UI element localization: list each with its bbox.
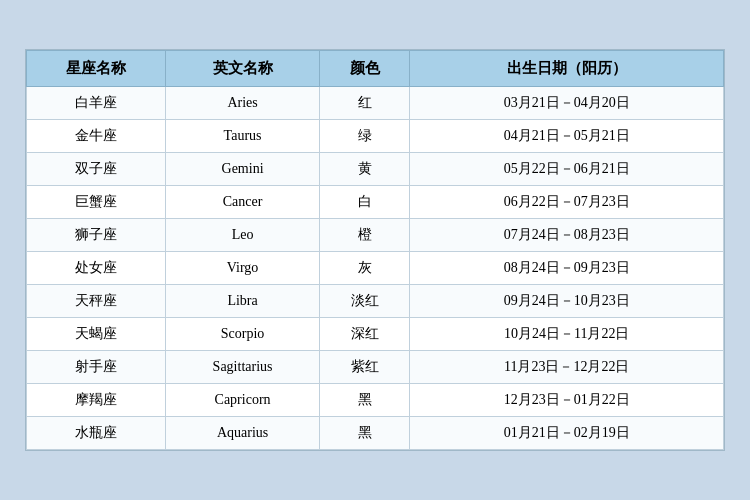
cell-color: 黑: [319, 417, 410, 450]
table-row: 处女座Virgo灰08月24日－09月23日: [27, 252, 724, 285]
cell-english-name: Scorpio: [166, 318, 319, 351]
table-row: 巨蟹座Cancer白06月22日－07月23日: [27, 186, 724, 219]
cell-chinese-name: 处女座: [27, 252, 166, 285]
cell-chinese-name: 狮子座: [27, 219, 166, 252]
cell-english-name: Sagittarius: [166, 351, 319, 384]
cell-chinese-name: 白羊座: [27, 87, 166, 120]
cell-english-name: Aries: [166, 87, 319, 120]
cell-english-name: Libra: [166, 285, 319, 318]
cell-color: 黑: [319, 384, 410, 417]
cell-date: 10月24日－11月22日: [410, 318, 724, 351]
cell-chinese-name: 天秤座: [27, 285, 166, 318]
cell-color: 灰: [319, 252, 410, 285]
table-row: 金牛座Taurus绿04月21日－05月21日: [27, 120, 724, 153]
cell-date: 07月24日－08月23日: [410, 219, 724, 252]
table-row: 摩羯座Capricorn黑12月23日－01月22日: [27, 384, 724, 417]
cell-date: 09月24日－10月23日: [410, 285, 724, 318]
table-row: 射手座Sagittarius紫红11月23日－12月22日: [27, 351, 724, 384]
header-color: 颜色: [319, 51, 410, 87]
cell-color: 紫红: [319, 351, 410, 384]
cell-english-name: Capricorn: [166, 384, 319, 417]
cell-color: 红: [319, 87, 410, 120]
table-row: 白羊座Aries红03月21日－04月20日: [27, 87, 724, 120]
table-row: 双子座Gemini黄05月22日－06月21日: [27, 153, 724, 186]
table-body: 白羊座Aries红03月21日－04月20日金牛座Taurus绿04月21日－0…: [27, 87, 724, 450]
cell-chinese-name: 双子座: [27, 153, 166, 186]
header-chinese-name: 星座名称: [27, 51, 166, 87]
cell-date: 04月21日－05月21日: [410, 120, 724, 153]
cell-color: 橙: [319, 219, 410, 252]
header-english-name: 英文名称: [166, 51, 319, 87]
table-row: 天蝎座Scorpio深红10月24日－11月22日: [27, 318, 724, 351]
table-header-row: 星座名称 英文名称 颜色 出生日期（阳历）: [27, 51, 724, 87]
cell-color: 白: [319, 186, 410, 219]
cell-color: 淡红: [319, 285, 410, 318]
cell-english-name: Leo: [166, 219, 319, 252]
cell-english-name: Aquarius: [166, 417, 319, 450]
cell-date: 03月21日－04月20日: [410, 87, 724, 120]
table-row: 狮子座Leo橙07月24日－08月23日: [27, 219, 724, 252]
cell-date: 01月21日－02月19日: [410, 417, 724, 450]
cell-color: 绿: [319, 120, 410, 153]
zodiac-table: 星座名称 英文名称 颜色 出生日期（阳历） 白羊座Aries红03月21日－04…: [26, 50, 724, 450]
cell-english-name: Gemini: [166, 153, 319, 186]
cell-chinese-name: 金牛座: [27, 120, 166, 153]
cell-chinese-name: 水瓶座: [27, 417, 166, 450]
cell-date: 08月24日－09月23日: [410, 252, 724, 285]
cell-date: 12月23日－01月22日: [410, 384, 724, 417]
header-date: 出生日期（阳历）: [410, 51, 724, 87]
zodiac-table-container: 星座名称 英文名称 颜色 出生日期（阳历） 白羊座Aries红03月21日－04…: [25, 49, 725, 451]
cell-chinese-name: 天蝎座: [27, 318, 166, 351]
table-row: 天秤座Libra淡红09月24日－10月23日: [27, 285, 724, 318]
cell-color: 深红: [319, 318, 410, 351]
cell-english-name: Cancer: [166, 186, 319, 219]
cell-date: 06月22日－07月23日: [410, 186, 724, 219]
cell-date: 11月23日－12月22日: [410, 351, 724, 384]
cell-english-name: Virgo: [166, 252, 319, 285]
cell-chinese-name: 摩羯座: [27, 384, 166, 417]
cell-chinese-name: 射手座: [27, 351, 166, 384]
cell-english-name: Taurus: [166, 120, 319, 153]
cell-color: 黄: [319, 153, 410, 186]
cell-chinese-name: 巨蟹座: [27, 186, 166, 219]
cell-date: 05月22日－06月21日: [410, 153, 724, 186]
table-row: 水瓶座Aquarius黑01月21日－02月19日: [27, 417, 724, 450]
